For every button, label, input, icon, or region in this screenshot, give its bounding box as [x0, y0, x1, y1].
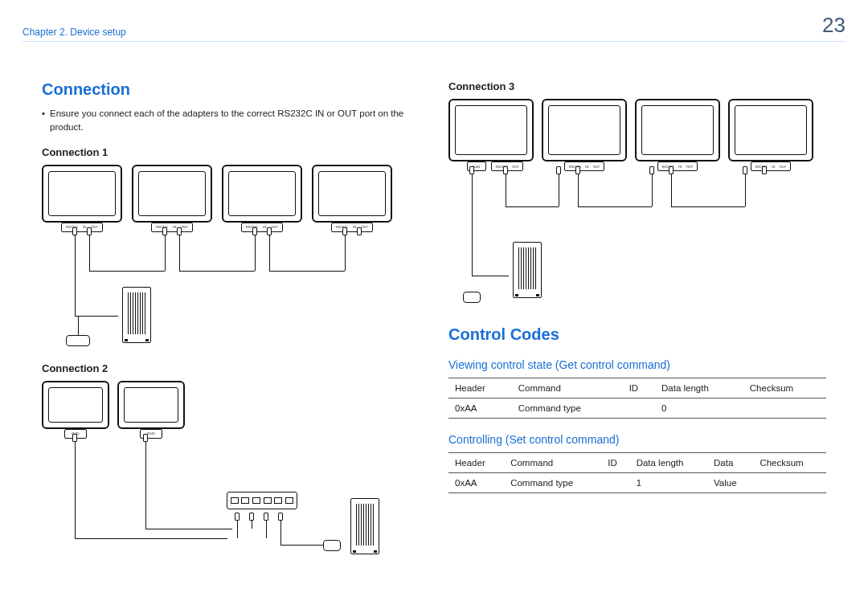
connection-1-diagram: RS232CINOUT RS232CINOUT RS232CINOUT RS23…	[42, 165, 420, 351]
cable	[75, 442, 76, 538]
th: Checksum	[743, 378, 826, 398]
serial-adapter-icon	[66, 335, 90, 346]
connection-heading: Connection	[42, 80, 420, 99]
monitor: RS232CINOUT	[132, 165, 212, 223]
monitor: RS232CINOUT	[42, 165, 122, 223]
plug-icon	[669, 166, 674, 174]
cable	[506, 206, 559, 207]
td: 1	[630, 473, 707, 493]
td: 0	[655, 398, 743, 419]
cable	[472, 174, 473, 276]
table-row: 0xAA Command type 1 Value	[448, 473, 826, 493]
cable	[269, 235, 270, 271]
plug-icon	[743, 166, 747, 174]
control-codes-heading: Control Codes	[448, 325, 826, 344]
plug-icon	[162, 227, 167, 235]
td: Command type	[504, 473, 601, 493]
th: ID	[601, 453, 629, 473]
td: Value	[707, 473, 753, 493]
plug-icon	[267, 227, 272, 235]
th: Header	[448, 378, 512, 398]
viewing-subheading: Viewing control state (Get control comma…	[448, 358, 826, 371]
td	[601, 473, 629, 493]
th: Checksum	[753, 453, 826, 473]
cable	[145, 442, 146, 529]
cabling	[42, 223, 420, 351]
th: Data length	[630, 453, 707, 473]
monitor: RS232CINOUT	[542, 99, 627, 161]
th: Command	[512, 378, 623, 398]
plug-icon	[762, 166, 767, 174]
pc-tower-icon	[350, 498, 379, 554]
plug-icon	[469, 166, 474, 174]
th: ID	[623, 378, 655, 398]
cable	[269, 271, 345, 272]
monitor-row: RJ45 RJ45	[42, 381, 420, 429]
table-row: 0xAA Command type 0	[448, 398, 826, 419]
connection-2-heading: Connection 2	[42, 362, 420, 374]
bullet-text: Ensure you connect each of the adapters …	[50, 107, 420, 135]
network-hub-icon	[227, 492, 297, 509]
connection-3-diagram: RJ45 RS232COUT RS232CINOUT RS232CINOUT R…	[448, 99, 826, 306]
cabling	[448, 161, 826, 306]
plug-icon	[177, 227, 182, 235]
plug-icon	[235, 513, 240, 521]
table-header-row: Header Command ID Data length Data Check…	[448, 453, 826, 473]
td	[743, 398, 826, 419]
pc-tower-icon	[122, 287, 151, 343]
plug-icon	[342, 227, 347, 235]
plug-icon	[264, 513, 268, 521]
monitor-row: RS232CINOUT RS232CINOUT RS232CINOUT RS23…	[42, 165, 420, 223]
left-column: Connection Ensure you connect each of th…	[42, 80, 420, 594]
plug-icon	[649, 166, 654, 174]
cable	[652, 174, 653, 206]
cable	[255, 235, 256, 271]
th: Command	[504, 453, 601, 473]
plug-icon	[503, 166, 508, 174]
plug-icon	[556, 166, 561, 174]
table-header-row: Header Command ID Data length Checksum	[448, 378, 826, 398]
adapter-icon	[463, 292, 481, 303]
tower-grille	[518, 247, 536, 289]
cabling	[42, 429, 420, 566]
get-command-table: Header Command ID Data length Checksum 0…	[448, 378, 826, 419]
monitor: RS232CINOUT	[312, 165, 392, 223]
set-command-table: Header Command ID Data length Data Check…	[448, 452, 826, 493]
cable	[671, 174, 672, 206]
connection-3-heading: Connection 3	[448, 80, 826, 92]
tower-grille	[128, 292, 145, 334]
cable	[75, 316, 118, 317]
plug-icon	[357, 227, 362, 235]
page-number: 23	[822, 13, 845, 38]
monitor-row: RJ45 RS232COUT RS232CINOUT RS232CINOUT R…	[448, 99, 826, 161]
cable	[559, 174, 559, 206]
content: Connection Ensure you connect each of th…	[42, 80, 826, 594]
cable	[506, 174, 506, 206]
monitor: RJ45 RS232COUT	[448, 99, 534, 161]
cable	[578, 206, 652, 207]
bullet-note: Ensure you connect each of the adapters …	[42, 107, 420, 135]
cable	[89, 271, 165, 272]
cable	[237, 521, 238, 538]
cable	[75, 235, 76, 316]
cable	[745, 174, 746, 206]
right-column: Connection 3 RJ45 RS232COUT RS232CINOUT …	[448, 80, 826, 594]
controlling-subheading: Controlling (Set control command)	[448, 433, 826, 446]
connection-2-diagram: RJ45 RJ45	[42, 381, 420, 566]
cable	[179, 235, 180, 271]
plug-icon	[72, 227, 77, 235]
cable	[472, 276, 509, 276]
adapter-icon	[323, 540, 341, 551]
plug-icon	[278, 513, 283, 521]
cable	[671, 206, 745, 207]
cable	[165, 235, 166, 271]
monitor: RS232CINOUT	[728, 99, 813, 161]
plug-icon	[87, 227, 92, 235]
cable	[266, 521, 267, 538]
plug-icon	[249, 513, 254, 521]
plug-icon	[143, 434, 148, 442]
bullet-dot-icon	[42, 107, 45, 135]
tower-feet	[123, 339, 150, 342]
pc-tower-icon	[513, 242, 542, 298]
chapter-label: Chapter 2. Device setup	[23, 27, 126, 38]
